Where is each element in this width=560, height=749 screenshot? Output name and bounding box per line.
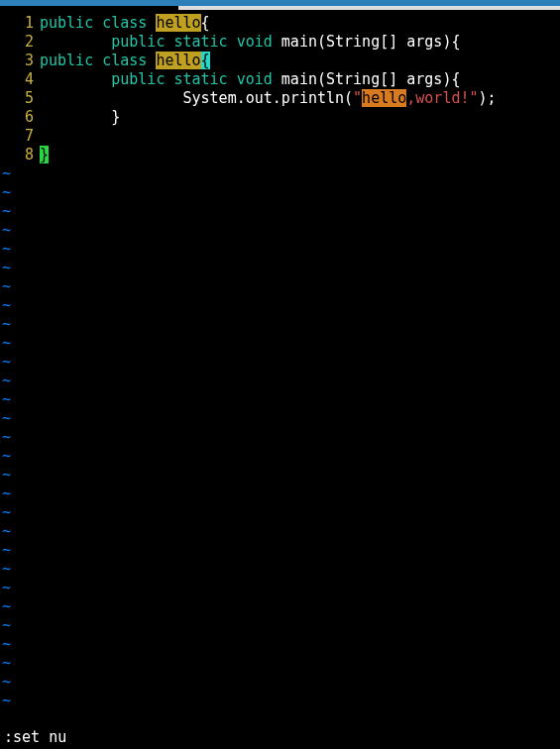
empty-line-tilde: ~ [0,240,560,259]
empty-line-tilde: ~ [0,692,560,710]
code-content[interactable]: System.out.println("hello,world!"); [40,89,497,108]
empty-line-tilde: ~ [0,296,560,315]
empty-line-tilde: ~ [0,635,560,654]
line-number: 1 [0,14,40,33]
empty-line-tilde: ~ [0,372,560,390]
empty-line-tilde: ~ [0,202,560,221]
line-number: 5 [0,89,40,108]
line-number: 6 [0,108,40,127]
empty-line-tilde: ~ [0,466,560,484]
code-line[interactable]: 6 } [0,108,560,127]
empty-line-tilde: ~ [0,277,560,296]
code-content[interactable]: public class hello{ [40,14,210,33]
empty-line-tilde: ~ [0,315,560,334]
empty-line-tilde: ~ [0,259,560,277]
code-line[interactable]: 5 System.out.println("hello,world!"); [0,89,560,108]
line-number: 3 [0,52,40,70]
token-string: ,world!" [406,89,478,107]
token-green-block: } [40,146,49,163]
token-plain: main(String[] args){ [281,70,461,88]
vim-command-line[interactable]: :set nu [0,728,560,749]
empty-line-tilde: ~ [0,428,560,447]
code-line[interactable]: 8} [0,146,560,164]
token-plain: } [40,108,120,126]
empty-line-tilde: ~ [0,484,560,503]
token-kw-type: public class [40,14,156,32]
token-hl-word: hello [156,52,200,69]
token-plain: ); [479,89,497,107]
code-line[interactable]: 2 public static void main(String[] args)… [0,33,560,52]
line-number: 8 [0,146,40,164]
empty-line-tilde: ~ [0,183,560,202]
code-content[interactable]: } [40,146,49,164]
empty-line-tilde: ~ [0,503,560,522]
line-number: 4 [0,70,40,89]
code-line[interactable]: 7 [0,127,560,146]
empty-line-tilde: ~ [0,673,560,692]
empty-line-tilde: ~ [0,541,560,560]
token-plain: { [201,14,210,32]
token-plain [40,70,111,88]
empty-line-tilde: ~ [0,560,560,579]
empty-line-tilde: ~ [0,390,560,409]
empty-line-tilde: ~ [0,334,560,353]
token-string: " [353,89,362,107]
token-hl-word-orange: hello [362,89,406,107]
code-line[interactable]: 3public class hello{ [0,52,560,70]
token-kw-type: public static void [111,33,281,51]
line-number: 2 [0,33,40,52]
code-line[interactable]: 4 public static void main(String[] args)… [0,70,560,89]
token-hl-word: hello [156,14,200,32]
empty-line-tilde: ~ [0,353,560,372]
empty-line-tilde: ~ [0,522,560,541]
vim-editor[interactable]: 1public class hello{2 public static void… [0,10,560,710]
empty-line-tilde: ~ [0,447,560,466]
token-plain: System.out.println( [40,89,353,107]
code-line[interactable]: 1public class hello{ [0,14,560,33]
empty-line-tilde: ~ [0,164,560,183]
token-plain: main(String[] args){ [281,33,461,51]
code-content[interactable]: } [40,108,120,127]
token-kw-type: public class [40,52,156,69]
token-kw-type: public static void [111,70,281,88]
line-number: 7 [0,127,40,146]
empty-line-tilde: ~ [0,597,560,616]
empty-line-tilde: ~ [0,616,560,635]
token-plain [40,33,111,51]
empty-line-tilde: ~ [0,579,560,597]
code-content[interactable]: public static void main(String[] args){ [40,70,460,89]
empty-line-tilde: ~ [0,654,560,673]
token-cursor-block: { [201,52,210,69]
empty-line-tilde: ~ [0,221,560,240]
empty-line-tilde: ~ [0,409,560,428]
code-content[interactable]: public class hello{ [40,52,210,70]
code-content[interactable]: public static void main(String[] args){ [40,33,460,52]
